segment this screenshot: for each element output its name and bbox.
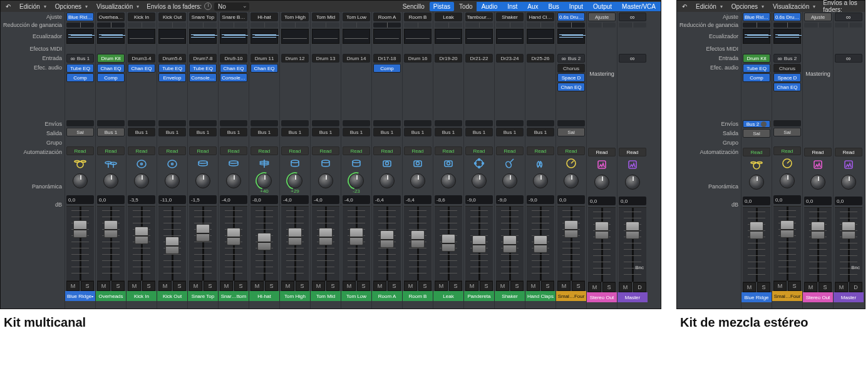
volume-fader[interactable] xyxy=(465,206,493,281)
db-readout[interactable]: -3,5 xyxy=(128,195,155,204)
volume-fader[interactable] xyxy=(343,206,370,281)
volume-fader[interactable] xyxy=(527,206,554,281)
channel-name[interactable]: Stereo Out xyxy=(587,292,617,302)
channel-name[interactable]: Tom Mid xyxy=(311,291,341,301)
fader-cap[interactable] xyxy=(750,222,763,239)
pan-knob[interactable] xyxy=(219,171,249,195)
audio-fx-slot[interactable]: Tube EQ xyxy=(189,64,217,73)
input-slot[interactable]: Drum7-8 xyxy=(189,54,217,63)
channel-setting[interactable]: Shaker xyxy=(496,13,524,21)
channel-setting[interactable]: 0.6s Dru… xyxy=(773,13,801,21)
automation-mode[interactable]: Read xyxy=(404,146,431,155)
volume-fader[interactable] xyxy=(312,206,339,281)
automation-mode[interactable]: Read xyxy=(312,146,339,155)
input-slot[interactable]: Drum 14 xyxy=(343,54,370,63)
track-icon[interactable] xyxy=(525,156,555,171)
send-slot[interactable] xyxy=(158,120,186,126)
fader-cap[interactable] xyxy=(288,228,302,245)
channel-name[interactable]: Shaker xyxy=(495,291,525,301)
db-readout[interactable]: 0,0 xyxy=(66,195,94,204)
dim-button[interactable]: D xyxy=(849,282,862,292)
channel-name[interactable]: Master xyxy=(834,292,864,302)
send-slot[interactable] xyxy=(128,120,155,126)
input-slot[interactable]: Drum3-4 xyxy=(128,54,155,63)
tab-inst[interactable]: Inst xyxy=(502,2,522,11)
automation-mode[interactable]: Read xyxy=(66,146,94,155)
output-slot[interactable]: Bus 1 xyxy=(251,128,278,136)
fader-cap[interactable] xyxy=(349,228,363,245)
mute-button[interactable]: M xyxy=(619,282,632,292)
output-slot[interactable]: Bus 1 xyxy=(220,128,247,136)
audio-fx-slot[interactable]: Chan EQ xyxy=(773,83,801,91)
solo-button[interactable]: S xyxy=(142,281,155,291)
track-icon[interactable] xyxy=(834,157,864,172)
volume-fader[interactable] xyxy=(588,207,616,282)
solo-button[interactable]: S xyxy=(388,281,401,291)
solo-button[interactable]: S xyxy=(788,281,801,291)
menu-edit[interactable]: Edición xyxy=(16,2,50,11)
send-slot[interactable] xyxy=(66,120,94,126)
channel-setting[interactable]: Ajuste xyxy=(804,13,832,21)
track-icon[interactable] xyxy=(188,156,218,171)
automation-mode[interactable]: Read xyxy=(220,146,247,155)
channel-name[interactable]: Leak xyxy=(433,291,463,301)
input-slot[interactable]: Dr21-22 xyxy=(465,54,493,63)
track-icon[interactable] xyxy=(372,156,402,171)
db-readout[interactable]: -6,4 xyxy=(373,195,401,204)
input-slot[interactable]: Drum 11 xyxy=(251,54,278,63)
send-slot[interactable] xyxy=(496,120,524,126)
pan-knob[interactable] xyxy=(495,171,525,195)
output-slot[interactable]: Bus 1 xyxy=(435,128,462,136)
volume-fader[interactable] xyxy=(251,206,278,281)
channel-setting[interactable]: Hi-hat xyxy=(251,13,278,21)
solo-button[interactable]: S xyxy=(418,281,431,291)
track-icon[interactable] xyxy=(803,157,833,172)
view-all[interactable]: Todo xyxy=(455,2,477,11)
mute-button[interactable]: M xyxy=(835,282,848,292)
fader-cap[interactable] xyxy=(104,220,118,238)
output-slot[interactable]: Bus 1 xyxy=(97,128,125,136)
volume-fader[interactable] xyxy=(128,206,155,281)
audio-fx-slot[interactable]: Chan EQ xyxy=(557,83,585,91)
pan-knob[interactable] xyxy=(556,171,586,195)
fader-cap[interactable] xyxy=(257,233,271,250)
db-readout[interactable]: -9,0 xyxy=(527,195,554,204)
output-slot[interactable]: Bus 1 xyxy=(189,128,217,136)
volume-fader[interactable] xyxy=(281,206,309,281)
db-readout[interactable]: -11,0 xyxy=(158,195,186,204)
track-icon[interactable] xyxy=(311,156,341,171)
db-readout[interactable]: 0,0 xyxy=(588,197,616,205)
eq-thumbnail[interactable] xyxy=(527,29,554,44)
pan-knob[interactable] xyxy=(834,172,864,196)
track-icon[interactable] xyxy=(433,156,463,171)
eq-thumbnail[interactable] xyxy=(435,29,462,44)
input-slot[interactable]: Dru9-10 xyxy=(220,54,247,63)
fader-cap[interactable] xyxy=(73,220,87,238)
track-icon[interactable] xyxy=(280,156,310,171)
channel-setting[interactable]: Overhea… xyxy=(97,13,125,21)
eq-thumbnail[interactable] xyxy=(773,29,801,44)
solo-button[interactable]: S xyxy=(111,281,125,291)
channel-name[interactable]: Tom Low xyxy=(341,291,371,301)
tab-master/vca[interactable]: Master/VCA xyxy=(617,2,661,11)
mute-button[interactable]: M xyxy=(158,281,172,291)
send-slot[interactable] xyxy=(97,120,125,126)
mute-button[interactable]: M xyxy=(404,281,417,291)
automation-mode[interactable]: Read xyxy=(804,148,832,156)
db-readout[interactable]: -8,6 xyxy=(435,195,462,204)
solo-button[interactable]: S xyxy=(602,282,616,292)
output-slot[interactable]: Bus 1 xyxy=(373,128,401,136)
track-icon[interactable] xyxy=(65,156,95,171)
track-icon[interactable] xyxy=(617,157,648,172)
channel-name[interactable]: Master xyxy=(617,292,648,302)
automation-mode[interactable]: Read xyxy=(128,146,155,155)
fader-cap[interactable] xyxy=(842,222,855,239)
track-icon[interactable] xyxy=(96,156,126,171)
stereo-link-icon[interactable]: ∞ xyxy=(619,54,646,63)
channel-setting[interactable]: Blue Rid… xyxy=(743,13,770,21)
channel-setting[interactable]: Snare B… xyxy=(220,13,247,21)
pan-knob[interactable]: +29 xyxy=(280,171,310,195)
pan-knob[interactable] xyxy=(464,171,494,195)
output-slot[interactable]: Sal xyxy=(773,128,801,136)
channel-name[interactable]: Hand Claps xyxy=(525,291,555,301)
